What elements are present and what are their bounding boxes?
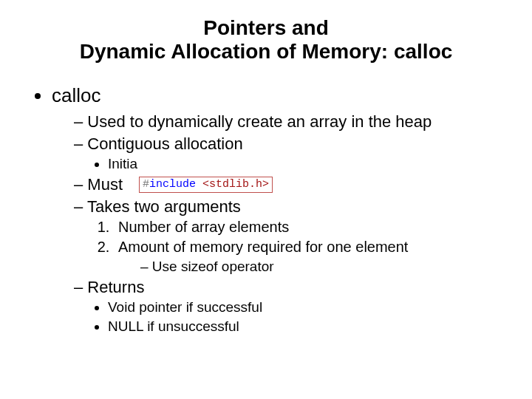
slide: Pointers and Dynamic Allocation of Memor…	[0, 0, 532, 399]
arg-2: Amount of memory required for one elemen…	[114, 238, 502, 276]
sub-used-to: Used to dynamically create an array in t…	[74, 112, 502, 132]
code-header: <stdlib.h>	[202, 178, 269, 191]
arg-2-text: Amount of memory required for one elemen…	[118, 239, 408, 255]
sub-returns-text: Returns	[87, 278, 144, 296]
bullet-list: calloc Used to dynamically create an arr…	[30, 84, 502, 335]
returns-void: Void pointer if successful	[108, 299, 502, 316]
arg-1: Number of array elements	[114, 218, 502, 236]
returns-children: Void pointer if successful NULL if unsuc…	[74, 299, 502, 335]
sub-contiguous-children: Initia	[74, 155, 502, 173]
sub-takes-args-text: Takes two arguments	[87, 197, 241, 216]
returns-null: NULL if unsuccessful	[108, 318, 502, 335]
sub-must: Must	[74, 174, 502, 195]
bullet-calloc-text: calloc	[52, 84, 100, 106]
sub-returns: Returns Void pointer if successful NULL …	[74, 277, 502, 335]
sub-list: Used to dynamically create an array in t…	[52, 112, 502, 335]
title-line-1: Pointers and	[203, 16, 329, 39]
sub-initial: Initia	[108, 155, 502, 173]
arg-2-sizeof: Use sizeof operator	[140, 258, 502, 276]
title-line-2: Dynamic Allocation of Memory: calloc	[80, 40, 453, 63]
slide-title: Pointers and Dynamic Allocation of Memor…	[30, 16, 502, 64]
code-space	[196, 178, 202, 191]
code-include: include	[149, 178, 196, 191]
args-list: Number of array elements Amount of memor…	[74, 218, 502, 276]
bullet-calloc: calloc Used to dynamically create an arr…	[52, 84, 502, 335]
arg-2-children: Use sizeof operator	[118, 258, 502, 276]
code-include-box: #include <stdlib.h>	[139, 177, 273, 193]
sub-contiguous-text: Contiguous allocation	[87, 134, 242, 153]
sub-takes-args: Takes two arguments Number of array elem…	[74, 197, 502, 276]
code-hash: #	[143, 178, 149, 191]
sub-contiguous: Contiguous allocation Initia	[74, 134, 502, 173]
